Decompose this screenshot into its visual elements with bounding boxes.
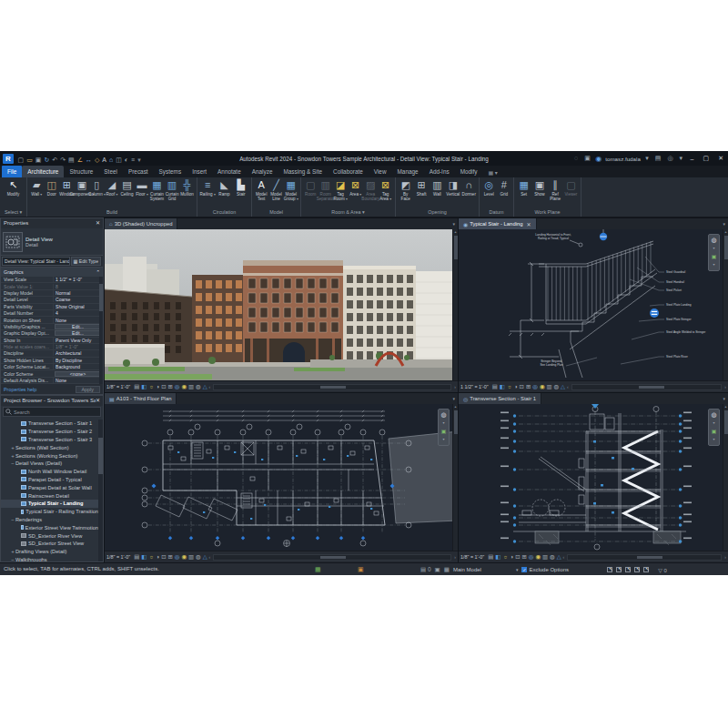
graphics-section-header[interactable]: Graphics ⌃	[1, 268, 103, 277]
worksharing-display-icon[interactable]: ◍	[550, 553, 555, 560]
tree-item-parapet-detail-at-solar-wall[interactable]: Parapet Detail at Solar Wall	[1, 483, 98, 491]
tool-curtain-grid[interactable]: ▥CurtainGrid	[165, 178, 180, 201]
tab-list-caret-icon[interactable]: ▾	[723, 396, 728, 401]
tool-wall[interactable]: ▰Wall ▾	[29, 178, 45, 197]
tool-model-line[interactable]: ╱ModelLine	[268, 178, 283, 201]
ribbon-tab-analyze[interactable]: Analyze	[247, 166, 278, 177]
canvas-3d[interactable]: ▴	[105, 229, 458, 380]
hscroll-right-icon[interactable]: ›	[454, 384, 456, 389]
sun-settings-icon[interactable]: ☼	[507, 383, 512, 389]
show-crop-region-icon[interactable]: ⊞	[521, 553, 526, 560]
property-value[interactable]: Background	[53, 364, 103, 369]
addin-green-icon[interactable]: ▦	[315, 566, 321, 573]
tool-show[interactable]: ▣Show	[531, 178, 547, 197]
zoom-caret-icon[interactable]: ▾	[713, 261, 714, 268]
tree-item-drafting-views-detail[interactable]: +Drafting Views (Detail)	[1, 548, 98, 556]
text-icon[interactable]: A	[102, 157, 106, 163]
tool-dormer[interactable]: ∩Dormer	[461, 178, 477, 197]
tree-item-transverse-section-stair-3[interactable]: Transverse Section - Stair 3	[1, 436, 98, 444]
property-value[interactable]: 8	[53, 284, 103, 289]
property-value[interactable]: Architectural	[53, 350, 103, 356]
user-name[interactable]: tomasz.fudala	[605, 156, 641, 162]
ribbon-tab-structure[interactable]: Structure	[64, 166, 98, 177]
tree-item-exterior-street-view-twinmotion[interactable]: Exterior Street View Twinmotion	[1, 523, 98, 531]
scale-button[interactable]: 1/8" = 1'-0"	[460, 554, 484, 560]
redo-icon[interactable]: ↷	[60, 157, 66, 163]
render-icon[interactable]: ◐	[125, 157, 128, 163]
property-value[interactable]: By Discipline	[53, 358, 103, 363]
crop-view-icon[interactable]: ⊡	[520, 383, 524, 389]
exclude-options-checkbox[interactable]: ✓ Exclude Options	[521, 567, 569, 572]
tool-grid[interactable]: #Grid	[497, 178, 512, 197]
ribbon-tab-architecture[interactable]: Architecture	[22, 166, 64, 177]
property-value[interactable]: Parent View Only	[53, 338, 103, 343]
tab-3d-shaded-uncropped[interactable]: ⌂ 3D (Shaded) Uncropped	[105, 218, 177, 229]
property-value[interactable]: Normal	[53, 290, 103, 296]
crop-view-icon[interactable]: ⊡	[161, 553, 166, 560]
zoom-caret-icon[interactable]: ▾	[442, 436, 444, 443]
pan-zoom-icon[interactable]: ▣	[441, 428, 447, 435]
property-value[interactable]: 1/8" = 1'-0"	[53, 344, 103, 349]
show-crop-region-icon[interactable]: ⊞	[167, 383, 172, 389]
tool-mullion[interactable]: ╬Mullion	[179, 178, 195, 197]
detail-level-icon[interactable]: ▤	[492, 383, 498, 389]
ribbon-tab-manage[interactable]: Manage	[392, 166, 424, 177]
tool-model-text[interactable]: AModelText	[254, 178, 268, 201]
temporary-view-properties-icon[interactable]: ▥	[546, 383, 551, 389]
tab-typical-stair-landing[interactable]: ◉ Typical Stair - Landing ✕	[459, 218, 537, 229]
pan-zoom-icon[interactable]: ▣	[712, 428, 717, 435]
spot-elevation-tag[interactable]	[650, 308, 659, 318]
detail-level-icon[interactable]: ▤	[134, 383, 139, 389]
navigation-bar[interactable]: ◍▾ ▣▾	[708, 409, 720, 446]
visual-style-icon[interactable]: ◧	[141, 553, 147, 560]
hscroll-right-icon[interactable]: ›	[724, 384, 726, 389]
ribbon-tab-insert[interactable]: Insert	[187, 166, 212, 177]
tool-model-group[interactable]: ▦ModelGroup ▾	[284, 178, 298, 202]
active-design-option[interactable]: Main Model	[453, 567, 481, 572]
tree-item-sections-wall-section[interactable]: +Sections (Wall Section)	[1, 443, 98, 451]
ribbon-tab-precast[interactable]: Precast	[123, 166, 154, 177]
sync-with-central-icon[interactable]: ↻	[44, 157, 49, 163]
analytical-model-icon[interactable]: △	[557, 553, 561, 560]
crop-view-icon[interactable]: ⊡	[161, 383, 166, 389]
shadows-icon[interactable]: ◑	[156, 383, 159, 389]
worksets-icon[interactable]: ▣	[435, 566, 440, 573]
tab-list-caret-icon[interactable]: ▾	[723, 221, 728, 227]
ribbon-tab-modify[interactable]: Modify	[455, 166, 483, 177]
ribbon-tab-massing-site[interactable]: Massing & Site	[278, 166, 328, 177]
reveal-hidden-elements-icon[interactable]: ◉	[181, 383, 187, 389]
reveal-hidden-elements-icon[interactable]: ◉	[540, 383, 545, 389]
show-crop-region-icon[interactable]: ⊞	[526, 383, 531, 389]
minimize-button[interactable]: –	[688, 156, 697, 162]
editable-only-icon[interactable]: ▤ 0	[420, 566, 431, 573]
properties-help-link[interactable]: Properties help	[4, 387, 36, 392]
tool-tag-room[interactable]: ◪TagRoom ▾	[333, 178, 348, 202]
tool-ramp[interactable]: ◣Ramp	[216, 178, 232, 197]
hscroll-right-icon[interactable]: ›	[724, 554, 726, 560]
tool-shaft[interactable]: ⊞Shaft	[413, 178, 429, 197]
select-underlay-icon[interactable]	[616, 567, 622, 572]
pan-zoom-icon[interactable]: ▣	[712, 253, 717, 260]
tab-transverse-section-stair-1[interactable]: ◎ Transverse Section - Stair 1	[459, 393, 541, 404]
temporary-hide-isolate-icon[interactable]: ◎	[529, 553, 534, 560]
tool-stair[interactable]: ▙Stair	[233, 178, 249, 197]
tool-door[interactable]: ◫Door	[45, 178, 60, 197]
temporary-view-properties-icon[interactable]: ▥	[542, 553, 548, 560]
hscroll-left-icon[interactable]: ‹	[209, 554, 211, 560]
tool-set[interactable]: ▦Set	[516, 178, 531, 197]
visual-style-icon[interactable]: ◧	[495, 553, 500, 560]
scale-button[interactable]: 1 1/2" = 1'-0"	[460, 384, 489, 389]
reveal-hidden-elements-icon[interactable]: ◉	[181, 553, 187, 560]
visual-style-icon[interactable]: ◧	[141, 383, 147, 389]
temporary-hide-isolate-icon[interactable]: ◎	[175, 383, 180, 389]
analytical-model-icon[interactable]: △	[203, 553, 207, 560]
viewport-section-vscrollbar[interactable]: ▴	[723, 404, 728, 551]
detail-level-icon[interactable]: ▤	[488, 553, 493, 560]
tool-ceiling[interactable]: ▤Ceiling	[119, 178, 135, 197]
tree-item-sd-exterior-river-view[interactable]: SD_Exterior River View	[1, 531, 98, 540]
tool-tag-area[interactable]: ⊠TagArea ▾	[378, 178, 392, 202]
viewport-section-hscrollbar[interactable]	[567, 554, 722, 561]
open-folder-icon[interactable]: ▭	[26, 157, 33, 163]
tree-item-detail-views-detail[interactable]: −Detail Views (Detail)	[1, 460, 98, 468]
ribbon-tab-view[interactable]: View	[369, 166, 392, 177]
